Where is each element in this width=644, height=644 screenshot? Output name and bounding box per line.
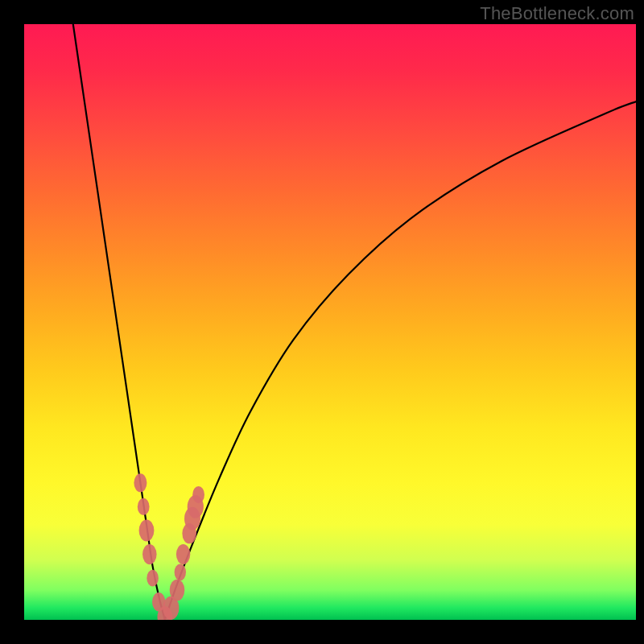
data-point (170, 580, 185, 601)
curve-bottleneck-right-branch (165, 101, 636, 620)
data-point (147, 570, 159, 587)
curve-layer (73, 24, 636, 620)
points-layer (134, 473, 204, 620)
plot-area (24, 24, 636, 620)
data-point (192, 486, 204, 503)
data-point (176, 544, 190, 564)
data-point (175, 564, 186, 580)
data-point (142, 544, 157, 564)
data-point (139, 519, 155, 541)
data-point (134, 473, 147, 492)
chart-frame: TheBottleneck.com (0, 0, 644, 644)
chart-svg (24, 24, 636, 620)
watermark-text: TheBottleneck.com (480, 3, 634, 24)
data-point (138, 498, 150, 515)
